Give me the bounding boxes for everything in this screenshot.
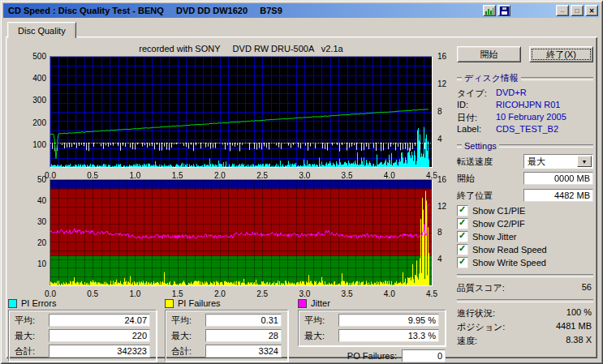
pi-failures-average: 0.31 — [205, 314, 282, 327]
axis-tick: 12 — [437, 202, 446, 211]
start-position-label: 開始 — [457, 173, 475, 185]
jitter-color-swatch — [298, 299, 307, 308]
axis-tick: 16 — [437, 175, 446, 184]
divider — [521, 77, 593, 80]
axis-tick: 8 — [437, 228, 442, 237]
jitter-max: 13.3 % — [338, 329, 439, 342]
divider — [457, 77, 462, 80]
checkbox-icon[interactable] — [457, 231, 468, 242]
chart-icon[interactable] — [483, 5, 496, 16]
stat-label: 合計: — [171, 345, 205, 358]
checkbox-show-c1-pie[interactable]: Show C1/PIE — [457, 205, 593, 216]
disc-type-row: タイプ: DVD+R — [457, 88, 593, 98]
title-buttons: _ □ ✕ — [483, 5, 598, 16]
start-button[interactable]: 開始 — [457, 46, 521, 62]
pi-failures-total: 3324 — [205, 345, 282, 358]
axis-tick: 200 — [6, 118, 46, 127]
axis-tick: 50 — [6, 175, 46, 184]
pi-errors-total: 342323 — [49, 345, 150, 358]
tab-disc-quality[interactable]: Disc Quality — [7, 22, 76, 38]
pi-errors-speed-chart — [50, 56, 433, 168]
checkbox-show-write-speed[interactable]: Show Write Speed — [457, 257, 593, 268]
checkbox-label: Show C2/PIF — [472, 219, 525, 229]
pi-errors-color-swatch — [8, 299, 17, 308]
axis-tick: 0.5 — [84, 171, 101, 180]
position-row: ポジション: 4481 MB — [457, 321, 593, 332]
chart-area: recorded with SONY DVD RW DRU-500A v2.1a… — [6, 36, 454, 358]
checkbox-icon[interactable] — [457, 205, 468, 216]
panel-title: PI Errors — [21, 298, 56, 308]
end-position-label: 終了位置 — [457, 190, 493, 202]
checkbox-icon[interactable] — [457, 257, 468, 268]
axis-tick: 1.5 — [170, 171, 186, 180]
stat-label: 最大: — [304, 330, 338, 342]
save-icon[interactable] — [497, 5, 510, 16]
disc-date-row: 日付: 10 February 2005 — [457, 112, 593, 122]
divider — [457, 274, 593, 277]
po-failures-value: 0 — [402, 349, 446, 362]
checkbox-show-jitter[interactable]: Show Jitter — [457, 231, 593, 242]
axis-tick: 2.0 — [212, 171, 228, 180]
axis-tick: 12 — [437, 79, 446, 88]
checkbox-show-c2-pif[interactable]: Show C2/PIF — [457, 218, 593, 229]
axis-tick: 3.0 — [296, 171, 312, 180]
recorded-with-text: recorded with SONY DVD RW DRU-500A v2.1a — [50, 44, 433, 54]
axis-tick: 2.5 — [254, 289, 270, 298]
axis-tick: 10 — [6, 259, 46, 268]
disc-info-header: ディスク情報 — [457, 72, 593, 84]
axis-tick: 1.0 — [127, 289, 143, 298]
titlebar-spacer — [512, 11, 554, 11]
divider — [457, 144, 462, 148]
close-button[interactable]: ✕ — [585, 5, 598, 16]
stat-label: 合計: — [15, 345, 49, 358]
axis-tick: 16 — [437, 52, 446, 61]
transfer-rate-select[interactable]: 最大 — [523, 154, 593, 169]
maximize-button[interactable]: □ — [571, 5, 584, 16]
axis-tick: 3.0 — [296, 289, 312, 298]
disc-date-value: 10 February 2005 — [496, 112, 566, 122]
axis-tick: 2.0 — [212, 289, 228, 298]
axis-tick: 40 — [6, 196, 46, 205]
chevron-down-icon[interactable] — [577, 156, 592, 167]
pi-failures-color-swatch — [165, 299, 174, 308]
progress-row: 進行状況: 100 % — [457, 307, 593, 318]
title-bar[interactable]: CD Speed : Disc Quality Test - BENQ DVD … — [3, 3, 600, 18]
axis-tick: 300 — [6, 96, 46, 105]
checkbox-label: Show Write Speed — [472, 258, 546, 268]
disc-type-value: DVD+R — [496, 88, 527, 98]
stat-label: 最大: — [15, 330, 49, 342]
settings-header: Settings — [457, 141, 593, 151]
app-window: CD Speed : Disc Quality Test - BENQ DVD … — [0, 0, 603, 364]
checkbox-icon[interactable] — [457, 218, 468, 229]
axis-tick: 4 — [437, 135, 442, 143]
disc-label-value: CDS_TEST_B2 — [496, 124, 558, 135]
po-failures-label: PO Failures: — [347, 351, 397, 361]
axis-tick: 1.5 — [170, 289, 186, 298]
start-position-field[interactable]: 0000 MB — [523, 172, 593, 185]
jitter-pi-failures-chart — [50, 179, 433, 286]
transfer-rate-label: 転送速度 — [457, 156, 493, 168]
divider — [499, 144, 593, 148]
disc-id-row: ID: RICOHJPN R01 — [457, 100, 593, 110]
axis-tick: 30 — [6, 217, 46, 226]
exit-button[interactable]: 終了(X) — [529, 46, 593, 62]
axis-tick: 4.0 — [381, 289, 398, 298]
axis-tick: 4 — [437, 255, 442, 263]
axis-tick: 500 — [6, 52, 46, 61]
minimize-button[interactable]: _ — [556, 5, 569, 16]
pi-failures-panel: PI Failures 平均: 0.31 最大: 28 合計: 3324 — [165, 298, 288, 362]
end-position-field[interactable]: 4482 MB — [523, 189, 593, 202]
speed-value: 8.38 X — [566, 335, 592, 345]
stat-label: 平均: — [15, 315, 49, 327]
checkbox-show-read-speed[interactable]: Show Read Speed — [457, 244, 593, 255]
jitter-panel: Jitter 平均: 9.95 % 最大: 13.3 % PO Failures… — [298, 298, 446, 362]
stat-label: 平均: — [304, 315, 338, 327]
divider — [457, 299, 593, 302]
jitter-average: 9.95 % — [338, 314, 439, 327]
checkbox-icon[interactable] — [457, 244, 468, 255]
axis-tick: 400 — [6, 74, 46, 83]
window-title: CD Speed : Disc Quality Test - BENQ DVD … — [5, 6, 483, 15]
progress-value: 100 % — [566, 307, 592, 318]
axis-tick: 8 — [437, 107, 442, 116]
axis-tick: 3.5 — [339, 171, 355, 180]
